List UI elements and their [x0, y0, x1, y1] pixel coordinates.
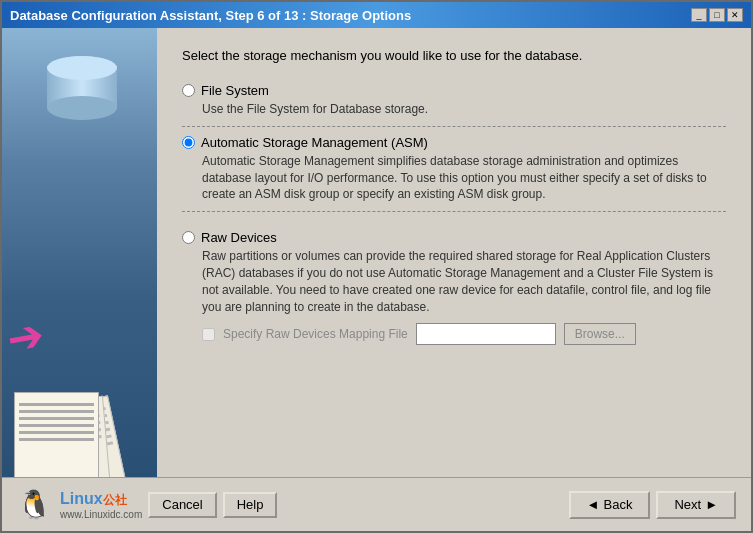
raw-devices-desc: Raw partitions or volumes can provide th… — [202, 248, 726, 315]
file-system-desc: Use the File System for Database storage… — [202, 101, 726, 118]
bottom-bar: 🐧 Linux公社 www.Linuxidc.com Cancel Help ◄… — [2, 477, 751, 531]
separator-2 — [182, 211, 726, 212]
svg-point-3 — [47, 56, 117, 80]
logo-brand: 公社 — [103, 493, 127, 507]
left-panel: ➔ — [2, 28, 157, 477]
separator-1 — [182, 126, 726, 127]
svg-point-2 — [47, 96, 117, 120]
window-title: Database Configuration Assistant, Step 6… — [10, 8, 411, 23]
cancel-button[interactable]: Cancel — [148, 492, 216, 518]
back-arrow-icon: ◄ — [587, 497, 600, 512]
main-window: Database Configuration Assistant, Step 6… — [0, 0, 753, 533]
maximize-button[interactable]: □ — [709, 8, 725, 22]
file-system-radio[interactable] — [182, 84, 195, 97]
logo-linux: Linux — [60, 490, 103, 507]
penguin-icon: 🐧 — [17, 488, 52, 521]
next-button[interactable]: Next > Next ► — [656, 491, 736, 519]
close-button[interactable]: ✕ — [727, 8, 743, 22]
raw-mapping-input[interactable] — [416, 323, 556, 345]
bottom-left: 🐧 Linux公社 www.Linuxidc.com Cancel Help — [17, 488, 277, 521]
content-area: ➔ Select the storage mechanism you would… — [2, 28, 751, 477]
raw-mapping-row: Specify Raw Devices Mapping File Browse.… — [202, 323, 726, 345]
bottom-right: ◄ < Back Back Next > Next ► — [569, 491, 736, 519]
back-button[interactable]: ◄ < Back Back — [569, 491, 651, 519]
logo-subtext: www.Linuxidc.com — [60, 509, 142, 520]
raw-mapping-label: Specify Raw Devices Mapping File — [223, 327, 408, 341]
raw-devices-label: Raw Devices — [201, 230, 277, 245]
asm-radio[interactable] — [182, 136, 195, 149]
raw-devices-radio[interactable] — [182, 231, 195, 244]
arrow-icon: ➔ — [3, 308, 48, 365]
next-arrow-icon: ► — [705, 497, 718, 512]
db-icon — [37, 48, 127, 131]
raw-mapping-checkbox[interactable] — [202, 328, 215, 341]
logo-area: 🐧 Linux公社 www.Linuxidc.com — [17, 488, 142, 521]
title-bar: Database Configuration Assistant, Step 6… — [2, 2, 751, 28]
browse-button[interactable]: Browse... — [564, 323, 636, 345]
asm-option: Automatic Storage Management (ASM) Autom… — [182, 135, 726, 203]
asm-desc: Automatic Storage Management simplifies … — [202, 153, 726, 203]
file-system-label: File System — [201, 83, 269, 98]
minimize-button[interactable]: _ — [691, 8, 707, 22]
logo-text: Linux公社 — [60, 490, 127, 507]
file-system-option: File System Use the File System for Data… — [182, 83, 726, 118]
right-panel: Select the storage mechanism you would l… — [157, 28, 751, 477]
help-button[interactable]: Help — [223, 492, 278, 518]
title-bar-controls: _ □ ✕ — [691, 8, 743, 22]
asm-label: Automatic Storage Management (ASM) — [201, 135, 428, 150]
instruction-text: Select the storage mechanism you would l… — [182, 48, 726, 63]
raw-devices-option: Raw Devices Raw partitions or volumes ca… — [182, 230, 726, 345]
